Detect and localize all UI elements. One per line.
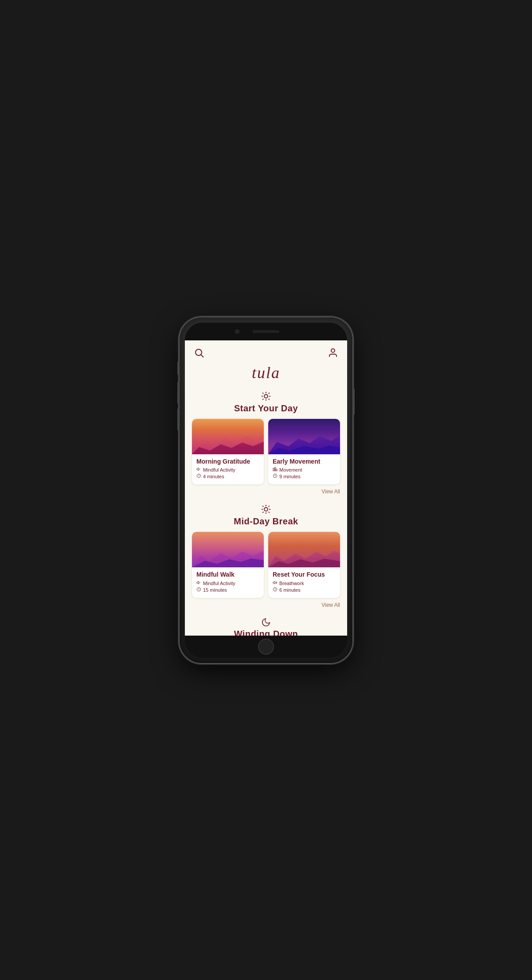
svg-line-24 (269, 512, 270, 513)
svg-point-0 (196, 349, 202, 355)
card-content-mindful-walk: Mindful Walk Mindful Activity 15 minutes (192, 567, 264, 598)
card-title-early-movement: Early Movement (273, 458, 336, 465)
card-mindful-walk[interactable]: Mindful Walk Mindful Activity 15 minutes (192, 532, 264, 598)
card-type-early-movement: Movement (273, 467, 336, 472)
profile-icon[interactable] (328, 347, 338, 360)
svg-line-26 (269, 506, 270, 507)
svg-line-9 (269, 398, 270, 399)
card-morning-gratitude[interactable]: Morning Gratitude Mindful Activity 4 min… (192, 419, 264, 485)
clock-icon-early-movement (273, 473, 278, 479)
card-type-morning-gratitude: Mindful Activity (196, 467, 259, 472)
view-all-mid-day-break[interactable]: View All (321, 602, 340, 608)
card-type-reset-your-focus: Breathwork (273, 580, 336, 586)
svg-point-2 (331, 349, 335, 352)
card-content-morning-gratitude: Morning Gratitude Mindful Activity 4 min… (192, 454, 264, 485)
clock-icon-morning-gratitude (196, 473, 201, 479)
card-type-text-mindful-walk: Mindful Activity (203, 581, 235, 586)
svg-rect-16 (276, 469, 277, 471)
type-icon-morning-gratitude (196, 467, 201, 472)
card-image-morning-gratitude (192, 419, 264, 454)
card-type-text-reset-your-focus: Breathwork (279, 581, 304, 586)
volume-button-3 (177, 408, 179, 430)
card-duration-reset-your-focus: 6 minutes (273, 587, 336, 593)
card-title-reset-your-focus: Reset Your Focus (273, 571, 336, 578)
svg-marker-29 (273, 581, 275, 584)
mid-day-break-cards: Mindful Walk Mindful Activity 15 minutes… (192, 532, 340, 598)
winding-down-icon (261, 617, 271, 629)
type-icon-reset-your-focus (273, 580, 278, 586)
power-button (353, 388, 355, 415)
phone-camera (235, 329, 239, 334)
card-type-text-morning-gratitude: Mindful Activity (203, 467, 235, 472)
svg-line-10 (262, 398, 263, 399)
svg-rect-14 (273, 469, 274, 471)
phone-screen: tula Start Your Day Morning Gratitude Mi… (185, 323, 347, 658)
card-early-movement[interactable]: Early Movement Movement 9 minutes (268, 419, 340, 485)
volume-button-1 (177, 362, 179, 375)
card-type-mindful-walk: Mindful Activity (196, 580, 259, 586)
section-start-your-day: Start Your Day Morning Gratitude Mindful… (185, 387, 347, 501)
svg-line-23 (262, 506, 263, 507)
type-icon-early-movement (273, 467, 278, 472)
svg-line-25 (262, 512, 263, 513)
phone-status-bar (185, 323, 347, 340)
svg-marker-12 (197, 468, 199, 471)
app-header (185, 340, 347, 363)
svg-line-11 (269, 393, 270, 394)
section-winding-down: Winding Down Why Practice? Article 10 mi… (185, 614, 347, 635)
card-duration-text-morning-gratitude: 4 minutes (203, 474, 224, 479)
app-screen: tula Start Your Day Morning Gratitude Mi… (185, 340, 347, 636)
card-image-mindful-walk (192, 532, 264, 567)
card-title-mindful-walk: Mindful Walk (196, 571, 259, 578)
start-your-day-title: Start Your Day (234, 403, 298, 414)
clock-icon-mindful-walk (196, 587, 201, 593)
card-duration-text-mindful-walk: 15 minutes (203, 587, 227, 593)
volume-button-2 (177, 382, 179, 404)
card-reset-your-focus[interactable]: Reset Your Focus Breathwork 6 minutes (268, 532, 340, 598)
card-duration-early-movement: 9 minutes (273, 473, 336, 479)
phone-frame: tula Start Your Day Morning Gratitude Mi… (180, 317, 352, 663)
card-content-early-movement: Early Movement Movement 9 minutes (268, 454, 340, 485)
winding-down-title: Winding Down (234, 629, 298, 635)
svg-marker-27 (197, 581, 199, 584)
start-your-day-cards: Morning Gratitude Mindful Activity 4 min… (192, 419, 340, 485)
card-type-text-early-movement: Movement (279, 467, 302, 472)
mid-day-break-title: Mid-Day Break (234, 516, 298, 527)
clock-icon-reset-your-focus (273, 587, 278, 593)
mid-day-break-icon (261, 504, 271, 516)
card-image-reset-your-focus (268, 532, 340, 567)
card-image-early-movement (268, 419, 340, 454)
type-icon-mindful-walk (196, 580, 201, 586)
phone-speaker (253, 330, 279, 333)
svg-rect-15 (274, 467, 275, 471)
search-icon[interactable] (194, 347, 204, 360)
card-duration-text-reset-your-focus: 6 minutes (279, 587, 301, 593)
svg-point-3 (264, 394, 268, 398)
card-content-reset-your-focus: Reset Your Focus Breathwork 6 minutes (268, 567, 340, 598)
phone-home-area (185, 636, 347, 658)
card-duration-mindful-walk: 15 minutes (196, 587, 259, 593)
app-name: tula (252, 364, 280, 382)
phone-home-button[interactable] (258, 639, 274, 655)
section-mid-day-break: Mid-Day Break Mindful Walk Mindful Activ… (185, 500, 347, 614)
app-logo: tula (185, 363, 347, 387)
start-your-day-icon (261, 391, 271, 403)
card-duration-morning-gratitude: 4 minutes (196, 473, 259, 479)
svg-line-8 (262, 393, 263, 394)
card-title-morning-gratitude: Morning Gratitude (196, 458, 259, 465)
svg-line-1 (201, 355, 204, 357)
sections-container: Start Your Day Morning Gratitude Mindful… (185, 387, 347, 636)
card-duration-text-early-movement: 9 minutes (279, 474, 301, 479)
view-all-start-your-day[interactable]: View All (321, 488, 340, 495)
svg-point-18 (264, 508, 268, 511)
